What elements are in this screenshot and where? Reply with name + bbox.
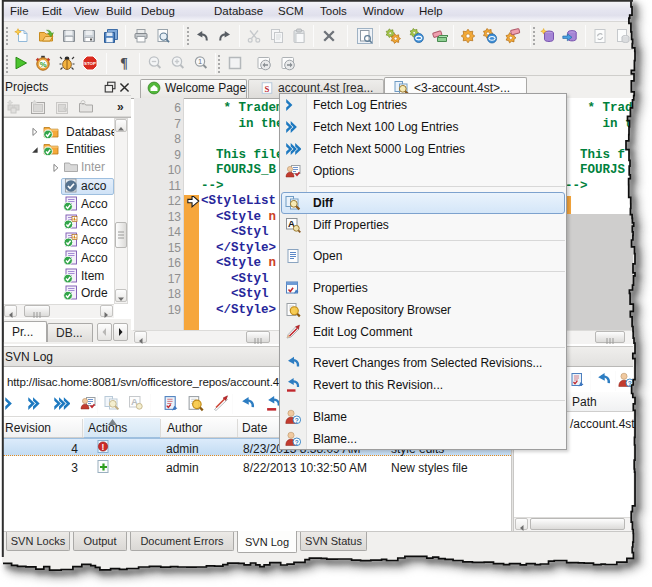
svg-text:1: 1 <box>198 57 202 66</box>
svg-text:!: ! <box>102 442 105 452</box>
svg-text:STOP: STOP <box>84 61 96 66</box>
svg-text:¶: ¶ <box>120 56 128 71</box>
svg-text:S: S <box>265 84 270 94</box>
svg-text:%: % <box>40 60 47 69</box>
svg-text:?: ? <box>295 438 299 445</box>
svg-text:?: ? <box>295 416 299 423</box>
svg-text:?: ? <box>628 380 632 387</box>
